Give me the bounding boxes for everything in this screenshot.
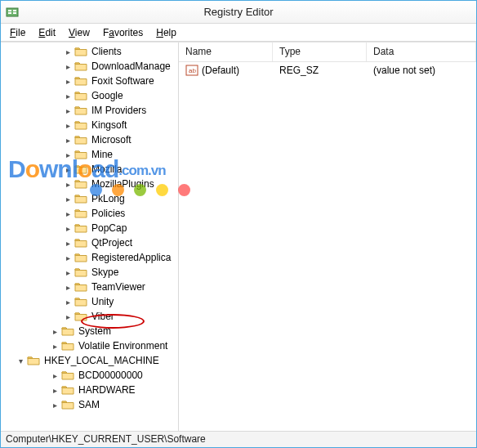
expander-icon[interactable]: ▸ [63,91,73,101]
tree-node-label: Foxit Software [90,75,156,87]
folder-icon [74,178,87,190]
tree-node[interactable]: ▸Skype [2,265,178,280]
folder-icon [74,193,87,204]
tree-node[interactable]: ▸Microsoft [2,132,178,147]
values-list[interactable]: ab(Default)REG_SZ(value not set) [179,62,476,431]
svg-rect-4 [13,12,16,14]
tree-node[interactable]: ▸HARDWARE [2,383,178,397]
expander-icon[interactable]: ▸ [63,223,73,233]
tree-node[interactable]: ▸MozillaPlugins [2,177,178,191]
tree-node-label: Viber [90,311,116,322]
expander-icon[interactable]: ▸ [50,341,60,351]
tree-node[interactable]: ▸PopCap [2,221,178,235]
column-data[interactable]: Data [367,43,476,61]
tree-node-hklm[interactable]: ▾HKEY_LOCAL_MACHINE [2,353,178,368]
tree-node[interactable]: ▸Mozilla [2,162,178,177]
folder-icon [74,75,87,87]
folder-icon [61,325,74,337]
expander-icon[interactable]: ▾ [16,356,25,365]
tree-node-label: Skype [90,267,120,278]
tree-node[interactable]: ▸Foxit Software [2,74,178,88]
tree-node[interactable]: ▸DownloadManage [2,59,178,74]
svg-rect-3 [13,10,16,11]
menubar: File Edit View Favorites Help [1,24,476,42]
tree-node-label: HARDWARE [77,384,137,396]
tree-node-label: Microsoft [90,134,133,146]
svg-text:ab: ab [189,67,196,74]
expander-icon[interactable]: ▸ [50,326,60,336]
menu-help[interactable]: Help [150,25,182,40]
expander-icon[interactable]: ▸ [63,282,73,292]
folder-icon [74,119,87,131]
svg-rect-1 [8,10,11,11]
tree-node-label: Mine [90,149,114,160]
folder-icon [74,46,87,57]
column-type[interactable]: Type [273,43,367,61]
column-name[interactable]: Name [179,43,273,61]
tree-node[interactable]: ▸Policies [2,206,178,221]
expander-icon[interactable]: ▸ [63,253,73,262]
expander-icon[interactable]: ▸ [63,311,73,321]
tree-node[interactable]: ▸Unity [2,294,178,309]
tree-node[interactable]: ▸Volatile Environment [2,338,178,353]
tree-node-label: Unity [90,296,115,307]
tree-node-label: Google [90,90,125,101]
tree-node-label: Volatile Environment [77,340,169,352]
tree-node[interactable]: ▸Clients [2,44,178,59]
value-row[interactable]: ab(Default)REG_SZ(value not set) [179,62,476,78]
expander-icon[interactable]: ▸ [63,297,73,307]
tree-node[interactable]: ▸Viber [2,309,178,324]
tree-node[interactable]: ▸System [2,324,178,338]
menu-edit[interactable]: Edit [33,25,61,40]
expander-icon[interactable]: ▸ [63,238,73,248]
tree-node[interactable]: ▸Mine [2,147,178,162]
expander-icon[interactable]: ▸ [63,194,73,204]
tree-node[interactable]: ▸QtProject [2,235,178,250]
tree-node-label: Clients [90,46,123,57]
menu-view[interactable]: View [63,25,96,40]
tree-node[interactable]: ▸Google [2,88,178,103]
folder-icon [74,134,87,146]
tree-node-label: HKEY_LOCAL_MACHINE [42,355,161,366]
expander-icon[interactable]: ▸ [63,267,73,277]
expander-icon[interactable]: ▸ [63,120,73,130]
expander-icon[interactable]: ▸ [63,164,73,174]
expander-icon[interactable]: ▸ [50,370,60,380]
tree-node[interactable]: ▸PkLong [2,191,178,206]
expander-icon[interactable]: ▸ [63,208,73,218]
expander-icon[interactable]: ▸ [50,385,60,395]
column-headers: Name Type Data [179,43,476,62]
tree-node-label: Mozilla [90,164,123,175]
folder-icon [74,222,87,234]
menu-favorites[interactable]: Favorites [97,25,149,40]
menu-file-rest: ile [16,27,25,38]
folder-icon [74,267,87,278]
folder-icon [74,281,87,293]
tree-node[interactable]: ▸IM Providers [2,103,178,118]
titlebar: Registry Editor [1,1,476,24]
expander-icon[interactable]: ▸ [63,76,73,86]
folder-icon [74,90,87,101]
tree-node-label: PopCap [90,222,128,234]
tree-node[interactable]: ▸TeamViewer [2,280,178,294]
folder-icon [74,164,87,175]
expander-icon[interactable]: ▸ [50,400,60,410]
tree-node[interactable]: ▸Kingsoft [2,118,178,132]
string-value-icon: ab [185,65,198,76]
folder-icon [61,370,74,381]
tree-node[interactable]: ▸BCD00000000 [2,368,178,383]
expander-icon[interactable]: ▸ [63,61,73,71]
folder-icon [61,340,74,352]
expander-icon[interactable]: ▸ [63,105,73,115]
expander-icon[interactable]: ▸ [63,135,73,145]
expander-icon[interactable]: ▸ [63,150,73,159]
tree-node-label: RegisteredApplica [90,252,172,263]
menu-file[interactable]: File [4,25,31,40]
tree-node[interactable]: ▸SAM [2,397,178,412]
folder-icon [74,252,87,263]
expander-icon[interactable]: ▸ [63,47,73,56]
expander-icon[interactable]: ▸ [63,179,73,189]
tree-node[interactable]: ▸RegisteredApplica [2,250,178,265]
value-name: (Default) [202,65,239,76]
tree-pane[interactable]: ▸Clients▸DownloadManage▸Foxit Software▸G… [1,43,179,431]
